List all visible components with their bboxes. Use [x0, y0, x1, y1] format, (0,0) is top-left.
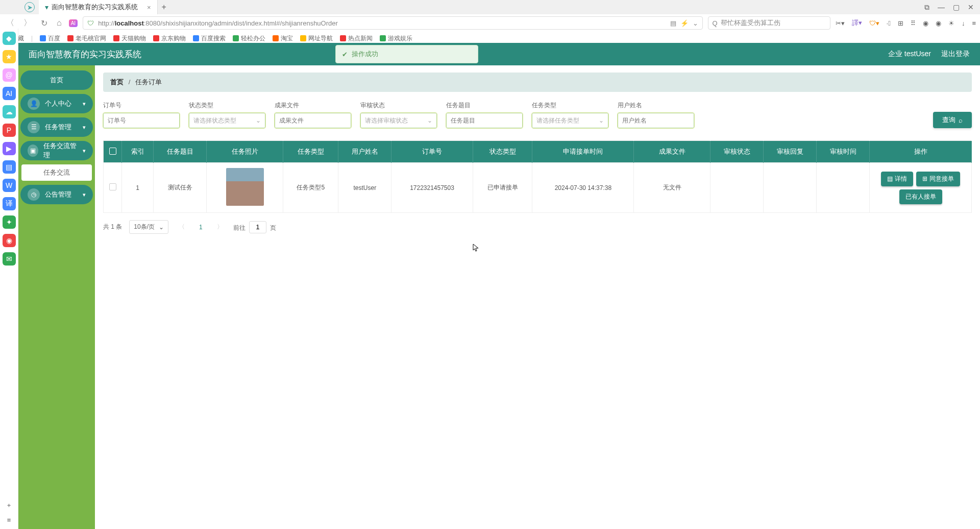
- chevron-down-icon[interactable]: ⌄: [693, 19, 698, 27]
- download-icon[interactable]: ↓: [962, 19, 965, 27]
- bookmark-game[interactable]: 游戏娱乐: [380, 34, 412, 43]
- bookmark-news[interactable]: 热点新闻: [340, 34, 373, 43]
- edge-icon[interactable]: ◉: [936, 19, 941, 27]
- scissors-icon[interactable]: ✂▾: [836, 19, 845, 27]
- bookmark-laomaotao[interactable]: 老毛桃官网: [67, 34, 106, 43]
- os-app-icon[interactable]: ◆: [3, 32, 16, 45]
- qr-icon[interactable]: ▤: [670, 19, 676, 27]
- os-sidebar: ◆ ★ @ AI ☁ P ▶ ▤ W 译 ✦ ◉ ✉ + ≡: [0, 29, 18, 45]
- close-tab-icon[interactable]: ×: [147, 4, 151, 11]
- translate-icon[interactable]: 譯▾: [852, 18, 862, 28]
- tab-nav-icon[interactable]: ➤: [24, 2, 35, 12]
- maximize-icon[interactable]: ▢: [953, 3, 960, 12]
- back-button[interactable]: 〈: [4, 18, 16, 29]
- search-placeholder: 帮忙杯盖受伤算工伤: [721, 18, 780, 28]
- browser-chrome: ➤ ▾ 面向智慧教育的实习实践系统 × + ⧉ — ▢ ✕ 〈 〉 ↻ ⌂ AI…: [0, 0, 980, 45]
- shield-icon[interactable]: 🛡▾: [869, 19, 879, 27]
- success-toast: ✔ 操作成功: [335, 45, 478, 45]
- new-tab-button[interactable]: +: [162, 3, 166, 12]
- forward-button[interactable]: 〉: [21, 18, 34, 29]
- bookmark-jd[interactable]: 京东购物: [153, 34, 186, 43]
- url-text: http://localhost:8080/shixishijianxitong…: [98, 19, 338, 27]
- flash-icon[interactable]: ⚡: [680, 19, 689, 27]
- bookmark-baidu[interactable]: 百度: [40, 34, 60, 43]
- toolbar-icons: ✂▾ 譯▾ 🛡▾ ·⃝ ⊞ ⠿ ◉ ◉ ☀ ↓ ≡: [836, 18, 976, 28]
- bookmark-tmall[interactable]: 天猫购物: [113, 34, 146, 43]
- home-button[interactable]: ⌂: [55, 18, 64, 28]
- app-header: 面向智慧教育的实习实践系统 ✔ 操作成功 企业 testUser 退出登录: [18, 43, 980, 45]
- bookmark-office[interactable]: 轻松办公: [233, 34, 265, 43]
- url-input[interactable]: 🛡 http://localhost:8080/shixishijianxito…: [83, 16, 702, 30]
- search-icon: Q: [713, 19, 718, 27]
- tab-favicon-icon: ▾: [45, 3, 48, 11]
- apps-icon[interactable]: ⠿: [911, 19, 916, 27]
- bookmark-taobao[interactable]: 淘宝: [273, 34, 293, 43]
- lock-icon: 🛡: [87, 19, 94, 27]
- bookmark-nav[interactable]: 网址导航: [300, 34, 333, 43]
- zoom-icon[interactable]: ·⃝: [887, 19, 891, 27]
- settings-icon[interactable]: ☀: [948, 19, 954, 27]
- reload-button[interactable]: ↻: [39, 18, 50, 28]
- menu-icon[interactable]: ≡: [972, 19, 976, 27]
- extension-icon[interactable]: ⊞: [898, 19, 903, 27]
- tab-bar: ➤ ▾ 面向智慧教育的实习实践系统 × + ⧉ — ▢ ✕: [0, 0, 980, 14]
- chrome-icon[interactable]: ◉: [923, 19, 928, 27]
- window-controls: ⧉ — ▢ ✕: [924, 3, 980, 12]
- browser-search-input[interactable]: Q 帮忙杯盖受伤算工伤: [708, 16, 830, 30]
- bookmark-baidusearch[interactable]: 百度搜索: [193, 34, 226, 43]
- address-bar: 〈 〉 ↻ ⌂ AI 🛡 http://localhost:8080/shixi…: [0, 14, 980, 32]
- tab-title: 面向智慧教育的实习实践系统: [52, 3, 138, 12]
- reader-icon[interactable]: ⧉: [924, 3, 929, 12]
- minimize-icon[interactable]: —: [938, 3, 945, 12]
- close-window-icon[interactable]: ✕: [968, 3, 974, 12]
- ai-badge-icon[interactable]: AI: [69, 19, 78, 27]
- browser-tab[interactable]: ▾ 面向智慧教育的实习实践系统 ×: [39, 0, 158, 14]
